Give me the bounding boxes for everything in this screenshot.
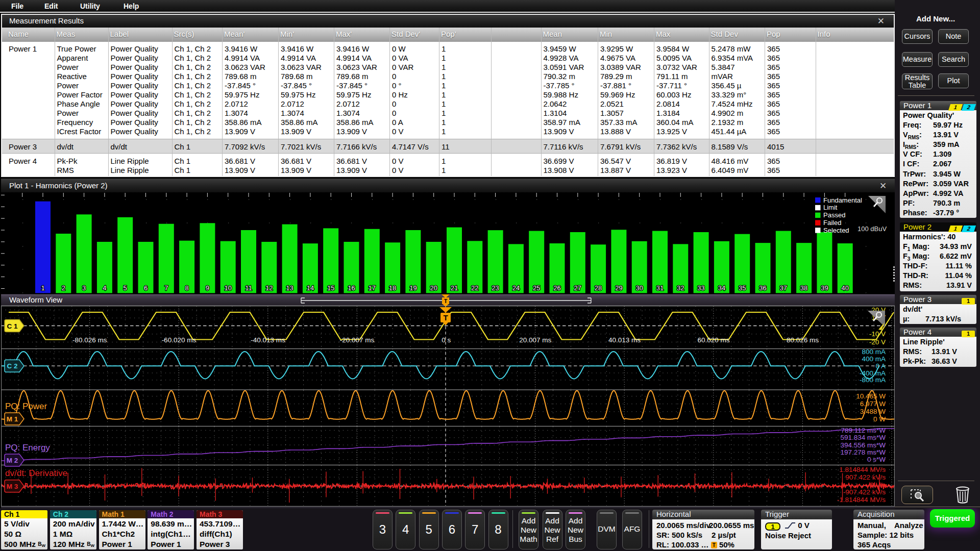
svg-text:Limit: Limit bbox=[823, 204, 838, 211]
svg-text:907.422 kV/s: 907.422 kV/s bbox=[845, 473, 886, 481]
svg-text:5: 5 bbox=[124, 284, 127, 292]
svg-text:-907.422 kV/s: -907.422 kV/s bbox=[843, 488, 886, 496]
svg-text:M 3: M 3 bbox=[7, 483, 18, 490]
svg-text:36: 36 bbox=[759, 284, 766, 292]
svg-text:3.488 W: 3.488 W bbox=[860, 408, 886, 415]
svg-text:Fundamental: Fundamental bbox=[823, 196, 862, 204]
svg-text:39: 39 bbox=[821, 284, 828, 292]
svg-text:17: 17 bbox=[369, 284, 376, 292]
svg-text:M 1: M 1 bbox=[7, 415, 18, 423]
svg-text:11: 11 bbox=[245, 284, 252, 292]
svg-text:4: 4 bbox=[103, 284, 106, 292]
svg-text:35: 35 bbox=[739, 284, 746, 292]
svg-text:400 mA: 400 mA bbox=[862, 355, 886, 363]
svg-text:40.013 ms: 40.013 ms bbox=[608, 336, 641, 344]
svg-text:-20 V: -20 V bbox=[869, 338, 886, 346]
svg-text:14: 14 bbox=[307, 284, 314, 292]
svg-text:-800 mA: -800 mA bbox=[860, 376, 886, 384]
svg-text:Selected: Selected bbox=[823, 227, 849, 234]
svg-text:T: T bbox=[443, 313, 448, 322]
svg-text:-10 V: -10 V bbox=[869, 330, 886, 338]
svg-text:34: 34 bbox=[718, 284, 725, 292]
svg-text:21: 21 bbox=[451, 284, 458, 292]
svg-text:Passed: Passed bbox=[823, 211, 845, 219]
svg-text:22: 22 bbox=[471, 284, 478, 292]
svg-text:0 A: 0 A bbox=[875, 362, 886, 370]
svg-text:-400 mA: -400 mA bbox=[860, 369, 886, 377]
svg-text:7: 7 bbox=[164, 284, 168, 292]
svg-text:80.026 ms: 80.026 ms bbox=[787, 336, 819, 344]
svg-text:37: 37 bbox=[780, 284, 787, 292]
svg-text:30: 30 bbox=[635, 284, 643, 292]
svg-text:10: 10 bbox=[224, 284, 231, 292]
svg-text:-60.020 ms: -60.020 ms bbox=[162, 336, 197, 344]
svg-text:800 mA: 800 mA bbox=[862, 348, 886, 356]
svg-text:31: 31 bbox=[656, 284, 664, 292]
svg-text:dv/dt: Derivative: dv/dt: Derivative bbox=[5, 468, 67, 478]
svg-text:12: 12 bbox=[265, 284, 273, 292]
svg-text:19: 19 bbox=[409, 284, 416, 292]
svg-text:Failed: Failed bbox=[823, 219, 841, 227]
svg-text:10.465 W: 10.465 W bbox=[856, 392, 886, 400]
svg-text:✕: ✕ bbox=[879, 181, 887, 191]
svg-text:33: 33 bbox=[697, 284, 704, 292]
svg-text:0 V/s: 0 V/s bbox=[870, 481, 886, 489]
svg-text:25: 25 bbox=[533, 284, 540, 292]
svg-text:16: 16 bbox=[348, 284, 355, 292]
svg-text:Waveform View: Waveform View bbox=[9, 295, 62, 304]
svg-text:M 2: M 2 bbox=[7, 457, 18, 464]
svg-text:20: 20 bbox=[430, 284, 437, 292]
svg-text:C 1: C 1 bbox=[7, 322, 18, 330]
svg-text:32: 32 bbox=[677, 284, 684, 292]
svg-text:1: 1 bbox=[41, 284, 44, 292]
svg-text:-40.013 ms: -40.013 ms bbox=[251, 336, 285, 344]
svg-text:0 s*W: 0 s*W bbox=[867, 456, 886, 463]
svg-text:100 dBuV: 100 dBuV bbox=[857, 225, 887, 233]
svg-text:0 W: 0 W bbox=[873, 415, 886, 423]
svg-text:789.112 ms*W: 789.112 ms*W bbox=[841, 427, 886, 434]
svg-text:6.977 W: 6.977 W bbox=[860, 400, 886, 408]
svg-text:28: 28 bbox=[595, 284, 602, 292]
svg-text:0 s: 0 s bbox=[442, 336, 451, 344]
svg-text:15: 15 bbox=[327, 284, 334, 292]
svg-text:40: 40 bbox=[841, 284, 848, 292]
svg-text:197.278 ms*W: 197.278 ms*W bbox=[840, 448, 886, 456]
svg-text:591.834 ms*W: 591.834 ms*W bbox=[840, 434, 886, 441]
svg-text:3: 3 bbox=[82, 284, 86, 292]
svg-text:394.556 ms*W: 394.556 ms*W bbox=[840, 441, 886, 449]
svg-text:-80.026 ms: -80.026 ms bbox=[72, 336, 107, 344]
svg-text:60.020 ms: 60.020 ms bbox=[697, 336, 729, 344]
svg-text:8: 8 bbox=[185, 284, 188, 292]
svg-text:PQ: Energy: PQ: Energy bbox=[5, 443, 50, 453]
svg-text:1.814844 MV/s: 1.814844 MV/s bbox=[839, 466, 886, 473]
svg-text:PQ: Power: PQ: Power bbox=[5, 402, 47, 411]
svg-text:T: T bbox=[444, 298, 448, 304]
svg-text:2: 2 bbox=[62, 284, 65, 292]
svg-text:38: 38 bbox=[800, 284, 807, 292]
svg-text:18: 18 bbox=[389, 284, 396, 292]
svg-text:C 2: C 2 bbox=[7, 362, 17, 370]
svg-text:20.007 ms: 20.007 ms bbox=[519, 336, 551, 344]
svg-text:29: 29 bbox=[615, 284, 622, 292]
svg-text:-20.007 ms: -20.007 ms bbox=[340, 336, 375, 344]
svg-text:-1.814844 MV/s: -1.814844 MV/s bbox=[837, 496, 886, 504]
svg-text:27: 27 bbox=[574, 284, 581, 292]
svg-text:9: 9 bbox=[206, 284, 209, 292]
svg-text:24: 24 bbox=[512, 284, 520, 292]
svg-text:26: 26 bbox=[553, 284, 560, 292]
svg-text:6: 6 bbox=[144, 284, 148, 292]
svg-text:Plot 1 - Harmonics (Power 2): Plot 1 - Harmonics (Power 2) bbox=[9, 181, 108, 190]
svg-text:13: 13 bbox=[286, 284, 293, 292]
svg-text:23: 23 bbox=[492, 284, 499, 292]
